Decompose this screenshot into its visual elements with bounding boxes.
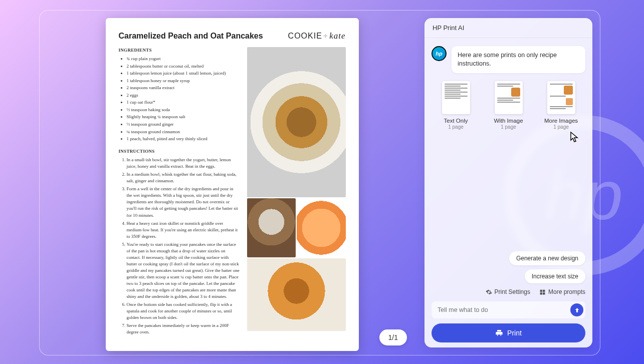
- ingredient-item: ½ teaspoon baking soda: [127, 107, 240, 113]
- recipe-image-3: [297, 198, 346, 257]
- instructions-heading: INSTRUCTIONS: [119, 148, 240, 155]
- option-label: Text Only: [444, 118, 468, 124]
- instruction-item: Serve the pancakes immediately or keep w…: [127, 322, 240, 335]
- layout-thumb: [495, 81, 523, 114]
- printer-icon: [495, 329, 503, 337]
- ingredient-item: 2 tablespoons butter or coconut oil, mel…: [127, 63, 240, 70]
- ingredient-item: 1 peach, halved, pitted and very thinly …: [127, 136, 240, 142]
- ingredient-item: ¼ teaspoon ground cinnamon: [127, 129, 240, 135]
- grid-icon: [539, 289, 546, 295]
- print-settings-button[interactable]: Print Settings: [486, 288, 530, 295]
- ingredient-item: Slightly heaping ¼ teaspoon salt: [127, 114, 240, 120]
- document-page: Caramelized Peach and Oat Pancakes COOKI…: [106, 18, 359, 351]
- ingredient-item: 1 cup oat flour*: [127, 99, 240, 106]
- ingredient-item: ½ teaspoon ground ginger: [127, 121, 240, 128]
- recipe-images: [247, 47, 346, 337]
- instruction-item: Once the bottom side has cooked sufficie…: [127, 301, 240, 321]
- instruction-item: Heat a heavy cast iron skillet or nonsti…: [127, 220, 240, 240]
- page-indicator: 1/1: [379, 329, 407, 345]
- option-label: With Image: [494, 118, 523, 124]
- app-window: Caramelized Peach and Oat Pancakes COOKI…: [39, 10, 600, 355]
- assistant-message: Here are some prints on only recipe inst…: [452, 46, 585, 73]
- ingredient-item: ¾ cup plain yogurt: [127, 56, 240, 62]
- gear-icon: [486, 289, 492, 295]
- instruction-item: In a medium bowl, whisk together the oat…: [127, 171, 240, 184]
- more-prompts-button[interactable]: More prompts: [539, 288, 585, 295]
- instruction-item: You're ready to start cooking your panca…: [127, 241, 240, 300]
- option-pages: 1 page: [448, 124, 464, 130]
- layout-option[interactable]: More Images1 page: [537, 81, 585, 130]
- layout-option[interactable]: Text Only1 page: [432, 81, 480, 130]
- recipe-title: Caramelized Peach and Oat Pancakes: [119, 32, 263, 41]
- mouse-cursor-icon: [570, 131, 580, 143]
- print-button[interactable]: Print: [432, 323, 585, 342]
- arrow-up-icon: [574, 307, 580, 313]
- recipe-image-2: [247, 198, 296, 257]
- layout-thumb: [442, 81, 470, 114]
- option-pages: 1 page: [553, 124, 569, 130]
- layout-option[interactable]: With Image1 page: [484, 81, 533, 130]
- ingredients-heading: INGREDIENTS: [119, 47, 240, 54]
- option-pages: 1 page: [501, 124, 516, 130]
- hp-avatar-icon: hp: [432, 46, 447, 61]
- layout-options: Text Only1 pageWith Image1 pageMore Imag…: [432, 81, 585, 130]
- recipe-image-1: [247, 47, 346, 197]
- option-label: More Images: [544, 118, 578, 124]
- panel-title: HP Print AI: [424, 18, 592, 38]
- recipe-image-4: [247, 258, 346, 331]
- source-logo: COOKIE+kate: [288, 31, 346, 41]
- instructions-list: In a small-ish bowl, stir together the y…: [127, 157, 240, 335]
- document-preview-pane: Caramelized Peach and Oat Pancakes COOKI…: [47, 18, 417, 347]
- ingredient-item: 2 teaspoons vanilla extract: [127, 85, 240, 91]
- instruction-item: In a small-ish bowl, stir together the y…: [127, 157, 240, 170]
- ingredient-item: 1 tablespoon honey or maple syrup: [127, 78, 240, 84]
- ingredient-item: 1 tablespoon lemon juice (about 1 small …: [127, 70, 240, 77]
- send-button[interactable]: [570, 303, 583, 316]
- layout-thumb: [547, 81, 575, 114]
- ai-panel: HP Print AI hp Here are some prints on o…: [424, 18, 592, 347]
- ingredients-list: ¾ cup plain yogurt2 tablespoons butter o…: [127, 56, 240, 142]
- suggestion-chips: Generate a new designIncrease text size: [432, 251, 585, 283]
- suggestion-chip[interactable]: Generate a new design: [509, 251, 585, 265]
- ingredient-item: 2 eggs: [127, 92, 240, 99]
- prompt-input-row: [432, 301, 585, 318]
- prompt-input[interactable]: [438, 302, 570, 317]
- instruction-item: Form a well in the center of the dry ing…: [127, 186, 240, 218]
- suggestion-chip[interactable]: Increase text size: [525, 269, 585, 283]
